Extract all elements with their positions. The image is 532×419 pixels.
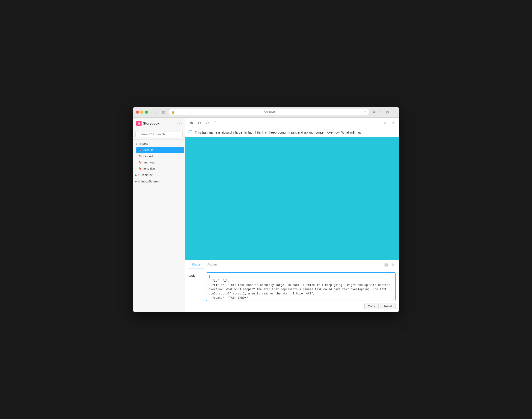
- maximize-button[interactable]: [145, 111, 148, 114]
- grid-icon-tasklist: ⊞: [138, 173, 140, 177]
- brand-name: Storybook: [143, 121, 159, 125]
- nav-group-task: ▼ ⊞ Task 🔖 default 🔖 pinned: [133, 141, 185, 171]
- nav-group-task-label: Task: [142, 142, 148, 146]
- addons-panel: Knobs Actions ▦ ✕ task Copy Reset: [185, 260, 399, 312]
- nav-group-inboxscreen-label: InboxScreen: [141, 180, 159, 183]
- knobs-content: task Copy Reset: [185, 269, 399, 312]
- url-text: localhost: [263, 110, 275, 114]
- nav-group-tasklist: ▶ ⊞ TaskList: [133, 172, 185, 178]
- back-button[interactable]: ‹: [150, 110, 154, 115]
- canvas-area: [185, 137, 399, 260]
- sidebar-item-pinned-label: pinned: [143, 155, 153, 158]
- task-checkbox[interactable]: [189, 131, 192, 134]
- nav-group-tasklist-header[interactable]: ▶ ⊞ TaskList: [133, 172, 185, 178]
- app-layout: S Storybook ··· 🔍 ▼ ⊞ Task: [133, 118, 399, 312]
- nav-group-task-header[interactable]: ▼ ⊞ Task: [133, 141, 185, 147]
- open-button[interactable]: ↗: [390, 119, 396, 126]
- sidebar-brand: S Storybook: [136, 121, 159, 126]
- search-bar: 🔍: [133, 129, 185, 140]
- story-frame: This task name is absurdly large. In fac…: [185, 128, 399, 137]
- lock-icon: 🔒: [171, 111, 175, 114]
- zoom-in-button[interactable]: ⊕: [189, 119, 194, 126]
- knob-task-textarea[interactable]: [206, 272, 396, 301]
- search-wrapper: 🔍: [135, 131, 183, 137]
- sidebar: S Storybook ··· 🔍 ▼ ⊞ Task: [133, 118, 185, 312]
- address-bar[interactable]: 🔒 localhost ↻: [169, 109, 369, 115]
- sidebar-item-archived-label: archived: [143, 161, 155, 164]
- nav-group-inboxscreen: ▶ ⊞ InboxScreen: [133, 178, 185, 184]
- browser-window: ‹ › ⊡ 🔒 localhost ↻ ⬇ ↑ ⧉ + S Storybook: [133, 107, 399, 312]
- story-icon-pinned: 🔖: [139, 155, 142, 158]
- nav-buttons: ‹ ›: [150, 110, 158, 115]
- tab-knobs[interactable]: Knobs: [189, 260, 204, 269]
- zoom-out-button[interactable]: ⊖: [196, 119, 202, 126]
- sidebar-item-long-title[interactable]: 🔖 long title: [136, 166, 184, 171]
- sidebar-item-default[interactable]: 🔖 default: [136, 147, 184, 153]
- expand-button[interactable]: ⤢: [382, 119, 388, 126]
- main-content: ⊕ ⊖ ⊙ ⊞ ⤢ ↗ This task name is absurdly l…: [185, 118, 399, 312]
- panel-layout-button[interactable]: ▦: [383, 262, 389, 267]
- sidebar-nav: ▼ ⊞ Task 🔖 default 🔖 pinned: [133, 140, 185, 312]
- add-tab-button[interactable]: +: [392, 110, 396, 115]
- copy-button[interactable]: Copy: [364, 303, 379, 309]
- sidebar-item-default-label: default: [143, 148, 153, 152]
- nav-group-tasklist-label: TaskList: [141, 173, 152, 177]
- knob-actions: Copy Reset: [206, 303, 396, 309]
- grid-icon: ⊞: [138, 142, 141, 146]
- close-button[interactable]: [136, 111, 139, 114]
- expand-icon-tasklist: ▶: [135, 174, 137, 176]
- menu-button[interactable]: ···: [176, 120, 182, 126]
- addons-tab-actions: ▦ ✕: [383, 262, 396, 267]
- refresh-icon[interactable]: ↻: [364, 111, 367, 114]
- expand-icon-inboxscreen: ▶: [135, 180, 137, 183]
- story-icon-long-title: 🔖: [139, 167, 142, 170]
- share-button[interactable]: ↑: [379, 109, 383, 115]
- preview-toolbar: ⊕ ⊖ ⊙ ⊞ ⤢ ↗: [185, 118, 399, 128]
- addons-tabs: Knobs Actions ▦ ✕: [185, 260, 399, 269]
- new-tab-button[interactable]: ⧉: [385, 109, 390, 115]
- grid-icon-inboxscreen: ⊞: [138, 180, 140, 183]
- nav-group-inboxscreen-header[interactable]: ▶ ⊞ InboxScreen: [133, 178, 185, 184]
- zoom-reset-button[interactable]: ⊙: [204, 119, 210, 126]
- toolbar-right: ⤢ ↗: [382, 119, 396, 126]
- panel-close-button[interactable]: ✕: [391, 262, 396, 267]
- expand-icon: ▼: [135, 143, 137, 145]
- preview-area: This task name is absurdly large. In fac…: [185, 128, 399, 260]
- browser-chrome: ‹ › ⊡ 🔒 localhost ↻ ⬇ ↑ ⧉ +: [133, 107, 399, 118]
- toolbar-left: ⊕ ⊖ ⊙ ⊞: [189, 119, 218, 126]
- story-icon-archived: 🔖: [139, 161, 142, 164]
- knob-task-label: task: [189, 272, 203, 309]
- download-button[interactable]: ⬇: [371, 109, 377, 115]
- sidebar-item-pinned[interactable]: 🔖 pinned: [136, 153, 184, 159]
- storybook-logo: S: [136, 121, 142, 126]
- nav-group-task-children: 🔖 default 🔖 pinned 🔖 archived 🔖: [133, 147, 185, 171]
- knob-value-wrapper: Copy Reset: [206, 272, 396, 309]
- sidebar-header: S Storybook ···: [133, 118, 185, 129]
- story-icon: 🔖: [139, 148, 142, 152]
- search-input[interactable]: [135, 131, 183, 137]
- grid-toggle-button[interactable]: ⊞: [212, 119, 218, 126]
- sidebar-toggle-button[interactable]: ⊡: [161, 109, 167, 115]
- sidebar-item-long-title-label: long title: [143, 167, 155, 170]
- browser-actions: ⬇ ↑ ⧉ +: [371, 109, 396, 115]
- tab-actions[interactable]: Actions: [204, 260, 221, 269]
- forward-button[interactable]: ›: [155, 110, 158, 115]
- reset-button[interactable]: Reset: [381, 303, 396, 309]
- story-task-text: This task name is absurdly large. In fac…: [195, 131, 361, 134]
- sidebar-item-archived[interactable]: 🔖 archived: [136, 159, 184, 165]
- minimize-button[interactable]: [140, 111, 143, 114]
- traffic-lights: [136, 111, 148, 114]
